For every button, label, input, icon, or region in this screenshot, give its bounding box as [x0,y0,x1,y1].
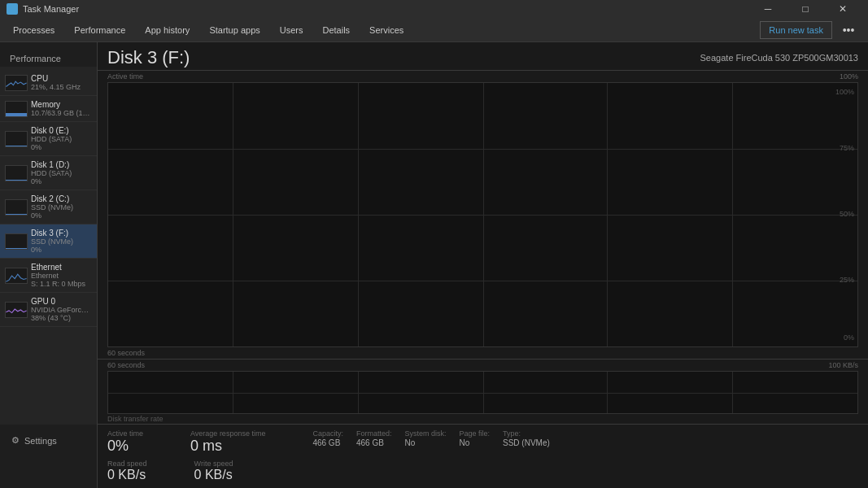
tab-performance[interactable]: Performance [71,24,129,37]
disk2-name: Disk 2 (C:) [31,194,92,203]
titlebar: Task Manager ─ □ ✕ [0,0,868,18]
cpu-info: CPU 21%, 4.15 GHz [31,74,92,91]
disk-transfer-x-start: 60 seconds [107,361,145,369]
device-list: CPU 21%, 4.15 GHz Memory 10.7/63.9 GB (1… [0,67,98,425]
formatted-item: Formatted: 466 GB [356,429,392,447]
stat-capacity-group: Capacity: 466 GB Formatted: 466 GB Syste… [312,429,549,447]
memory-sub: 10.7/63.9 GB (17%) [31,109,92,117]
tab-users[interactable]: Users [277,24,307,37]
stat-active-time: Active time 0% [107,429,143,453]
stat-avg-response: Average response time 0 ms [190,429,265,453]
disk0-info: Disk 0 (E:) HDD (SATA) 0% [31,126,92,151]
ethernet-sub: Ethernet [31,272,92,280]
active-time-label: Active time [107,72,143,81]
read-speed-value-row: 0 KB/s [107,468,147,481]
tab-services[interactable]: Services [366,24,407,37]
write-speed-value: 0 KB/s [194,468,233,481]
dt-v-grid-1 [233,372,233,413]
page-file-label: Page file: [459,429,490,438]
tab-startup-apps[interactable]: Startup apps [206,24,263,37]
disk-transfer-max: 100 KB/s [828,361,858,369]
stat-read-speed: Read speed 0 KB/s [107,460,147,481]
disk2-sub: SSD (NVMe) [31,203,92,211]
stats-section: Active time 0% Average response time 0 m… [98,424,868,488]
disk2-thumbnail [5,199,28,216]
write-speed-label: Write speed [194,460,233,468]
toolbar: Processes Performance App history Startu… [0,18,868,42]
dt-v-grid-3 [483,372,484,413]
settings-icon: ⚙ [11,435,20,446]
system-disk-label: System disk: [404,429,446,438]
more-options-button[interactable]: ••• [839,21,858,39]
disk1-val: 0% [31,177,92,185]
dt-v-grid-2 [358,372,359,413]
formatted-value: 466 GB [356,438,392,447]
tab-details[interactable]: Details [319,24,353,37]
type-label: Type: [503,429,550,438]
sidebar-item-disk2[interactable]: Disk 2 (C:) SSD (NVMe) 0% [0,190,97,224]
active-time-stat-label: Active time [107,429,143,438]
disk0-val: 0% [31,143,92,151]
sidebar-item-ethernet[interactable]: Ethernet Ethernet S: 1.1 R: 0 Mbps [0,259,97,293]
capacity-row: Capacity: 466 GB Formatted: 466 GB Syste… [312,429,549,447]
active-time-chart-section: Active time 100% 100% 75% [98,71,868,359]
disk1-thumbnail [5,165,28,181]
dt-v-grid-5 [732,372,733,413]
active-time-chart: 100% 75% 50% 25% 0% [107,82,858,347]
v-grid-1 [233,83,233,346]
rw-speed-row: Read speed 0 KB/s Write speed 0 KB/s [107,460,858,483]
avg-response-value-row: 0 ms [190,438,265,453]
gpu0-name: GPU 0 [31,297,92,306]
type-item: Type: SSD (NVMe) [503,429,550,447]
memory-info: Memory 10.7/63.9 GB (17%) [31,100,92,117]
memory-bar [6,113,27,115]
y-label-75: 75% [840,144,854,152]
disk-transfer-header: 60 seconds 100 KB/s [107,359,858,371]
sidebar-item-cpu[interactable]: CPU 21%, 4.15 GHz [0,70,97,96]
chart-x-start: 60 seconds [107,349,145,357]
perf-header: Performance [0,49,97,67]
content-header: Disk 3 (F:) Seagate FireCuda 530 ZP500GM… [98,42,868,71]
sidebar-item-disk3[interactable]: Disk 3 (F:) SSD (NVMe) 0% [0,224,97,259]
run-new-task-button[interactable]: Run new task [760,21,832,39]
titlebar-title: Task Manager [23,4,749,14]
disk0-name: Disk 0 (E:) [31,126,92,135]
disk2-val: 0% [31,211,92,220]
capacity-value: 466 GB [312,438,343,447]
sidebar-item-disk0[interactable]: Disk 0 (E:) HDD (SATA) 0% [0,122,97,156]
toolbar-actions: Run new task ••• [760,21,858,39]
sidebar-item-disk1[interactable]: Disk 1 (D:) HDD (SATA) 0% [0,156,97,190]
y-label-25: 25% [840,276,854,284]
disk-transfer-section: 60 seconds 100 KB/s Disk transfer rate [98,359,868,424]
cpu-thumbnail [5,75,28,91]
stats-main-row: Active time 0% Average response time 0 m… [107,429,858,455]
page-file-value: No [459,438,490,447]
disk0-sub: HDD (SATA) [31,135,92,143]
capacity-label: Capacity: [312,429,343,438]
app-container: Processes Performance App history Startu… [0,18,868,488]
chart-header-labels: Active time 100% [107,71,858,82]
close-button[interactable]: ✕ [824,0,861,18]
sidebar-item-memory[interactable]: Memory 10.7/63.9 GB (17%) [0,96,97,122]
settings-label: Settings [24,436,57,446]
capacity-item: Capacity: 466 GB [312,429,343,447]
maximize-button[interactable]: □ [787,0,824,18]
disk0-thumbnail [5,131,28,147]
disk-transfer-footer: Disk transfer rate [107,414,858,424]
dt-v-grid-4 [607,372,608,413]
formatted-label: Formatted: [356,429,392,438]
cpu-name: CPU [31,74,92,83]
settings-link[interactable]: ⚙ Settings [0,430,98,451]
read-speed-label: Read speed [107,460,147,468]
memory-thumbnail [5,101,28,117]
read-speed-value: 0 KB/s [107,468,146,481]
stat-write-speed: Write speed 0 KB/s [194,460,233,481]
sidebar-item-gpu0[interactable]: GPU 0 NVIDIA GeForce RTX... 38% (43 °C) [0,293,97,327]
minimize-button[interactable]: ─ [749,0,787,18]
disk3-sub: SSD (NVMe) [31,237,92,246]
disk1-info: Disk 1 (D:) HDD (SATA) 0% [31,160,92,185]
active-time-value: 0% [107,438,129,454]
tab-processes[interactable]: Processes [10,24,58,37]
tab-app-history[interactable]: App history [142,24,193,37]
app-icon [7,3,18,15]
